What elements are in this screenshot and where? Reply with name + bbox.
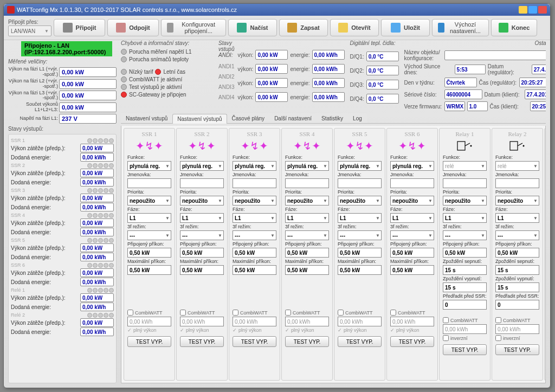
configure-connection-button[interactable]: Konfigurovat připojení... bbox=[161, 19, 226, 36]
test-button[interactable]: TEST VYP. bbox=[443, 344, 487, 355]
connected-power-input[interactable]: 0,50 kW bbox=[285, 248, 329, 258]
disconnect-button[interactable]: Odpojit bbox=[107, 19, 159, 36]
priority-select[interactable]: nepoužito bbox=[443, 196, 487, 205]
save-button[interactable]: Uložit bbox=[381, 19, 430, 36]
connected-power-input[interactable]: 0,50 kW bbox=[180, 248, 224, 258]
label-input[interactable] bbox=[495, 178, 539, 188]
phase-select[interactable]: L1 bbox=[180, 213, 224, 223]
combiwatt-energy[interactable]: 0,00 kWh bbox=[285, 317, 329, 326]
combiwatt-checkbox[interactable]: CombiWATT bbox=[338, 310, 382, 316]
object-name[interactable] bbox=[444, 50, 546, 60]
tab-inputs[interactable]: Nastavení vstupů bbox=[121, 113, 172, 123]
connected-power-input[interactable]: 0,50 kW bbox=[338, 248, 382, 258]
test-button[interactable]: TEST VYP. bbox=[127, 336, 171, 347]
function-select[interactable]: plynulá reg. bbox=[180, 161, 224, 171]
combiwatt-checkbox[interactable]: CombiWATT bbox=[285, 310, 329, 316]
prepend-input[interactable]: 0 bbox=[495, 300, 539, 310]
write-button[interactable]: Zapsat bbox=[279, 19, 328, 36]
connected-power-input[interactable]: 0,50 kW bbox=[495, 248, 539, 258]
combiwatt-energy[interactable]: 0,00 kWh bbox=[443, 324, 487, 334]
read-button[interactable]: Načíst bbox=[228, 19, 277, 36]
combiwatt-checkbox[interactable]: CombiWATT bbox=[495, 317, 539, 323]
tab-schedules[interactable]: Časové plány bbox=[227, 113, 270, 123]
exit-button[interactable]: Konec bbox=[491, 19, 537, 36]
test-button[interactable]: TEST VYP. bbox=[390, 336, 434, 347]
phase-select[interactable]: L1 bbox=[495, 213, 539, 223]
outputs-panel[interactable]: SSR 1Výkon zátěže (předp.):0,00 kWDodaná… bbox=[8, 134, 117, 383]
combiwatt-checkbox[interactable]: CombiWATT bbox=[443, 317, 487, 323]
max-power-input[interactable]: 0,50 kW bbox=[390, 265, 434, 275]
label-input[interactable] bbox=[180, 178, 224, 188]
tab-stats[interactable]: Statistiky bbox=[317, 113, 348, 123]
test-button[interactable]: TEST VYP. bbox=[495, 344, 539, 355]
label-input[interactable] bbox=[127, 178, 171, 188]
mode3f-select[interactable]: --- bbox=[285, 230, 329, 240]
phase-select[interactable]: L1 bbox=[338, 213, 382, 223]
connected-power-input[interactable]: 0,50 kW bbox=[233, 248, 276, 258]
max-power-input[interactable]: 0,50 kW bbox=[233, 265, 276, 275]
test-button[interactable]: TEST VYP. bbox=[285, 336, 329, 347]
test-button[interactable]: TEST VYP. bbox=[233, 336, 276, 347]
phase-select[interactable]: L1 bbox=[127, 213, 171, 223]
phase-select[interactable]: L1 bbox=[443, 213, 487, 223]
test-button[interactable]: TEST VYP. bbox=[180, 336, 224, 347]
tab-outputs[interactable]: Nastavení výstupů bbox=[172, 114, 227, 124]
mode3f-select[interactable]: --- bbox=[127, 230, 171, 240]
connected-power-input[interactable]: 0,50 kW bbox=[443, 248, 487, 258]
connect-button[interactable]: Připojit bbox=[54, 19, 105, 36]
function-select[interactable]: relé bbox=[495, 161, 539, 171]
label-input[interactable] bbox=[285, 178, 329, 188]
combiwatt-checkbox[interactable]: CombiWATT bbox=[180, 310, 224, 316]
combiwatt-energy[interactable]: 0,00 kWh bbox=[127, 317, 171, 326]
label-input[interactable] bbox=[233, 178, 276, 188]
priority-select[interactable]: nepoužito bbox=[285, 196, 329, 205]
priority-select[interactable]: nepoužito bbox=[233, 196, 276, 205]
max-power-input[interactable]: 0,50 kW bbox=[338, 265, 382, 275]
priority-select[interactable]: nepoužito bbox=[390, 196, 434, 205]
mode3f-select[interactable]: --- bbox=[233, 230, 276, 240]
mode3f-select[interactable]: --- bbox=[180, 230, 224, 240]
combiwatt-energy[interactable]: 0,00 kWh bbox=[495, 324, 539, 334]
combiwatt-energy[interactable]: 0,00 kWh bbox=[338, 317, 382, 326]
mode3f-select[interactable]: --- bbox=[495, 230, 539, 240]
defaults-button[interactable]: Výchozí nastavení... bbox=[432, 19, 489, 36]
function-select[interactable]: plynulá reg. bbox=[338, 161, 382, 171]
connection-mode-select[interactable]: LAN/WAN bbox=[8, 25, 51, 36]
tab-other[interactable]: Další nastavení bbox=[269, 113, 317, 123]
phase-select[interactable]: L1 bbox=[285, 213, 329, 223]
function-select[interactable]: plynulá reg. bbox=[390, 161, 434, 171]
max-power-input[interactable]: 0,50 kW bbox=[180, 265, 224, 275]
phase-select[interactable]: L1 bbox=[233, 213, 276, 223]
combiwatt-checkbox[interactable]: CombiWATT bbox=[390, 310, 434, 316]
off-delay-input[interactable]: 15 s bbox=[495, 282, 539, 292]
mode3f-select[interactable]: --- bbox=[338, 230, 382, 240]
combiwatt-energy[interactable]: 0,00 kWh bbox=[180, 317, 224, 326]
maximize-button[interactable] bbox=[528, 6, 537, 14]
prepend-input[interactable]: 0 bbox=[443, 300, 487, 310]
connected-power-input[interactable]: 0,50 kW bbox=[390, 248, 434, 258]
function-select[interactable]: plynulá reg. bbox=[127, 161, 171, 171]
mode3f-select[interactable]: --- bbox=[390, 230, 434, 240]
on-delay-input[interactable]: 15 s bbox=[443, 265, 487, 275]
priority-select[interactable]: nepoužito bbox=[495, 196, 539, 205]
minimize-button[interactable] bbox=[519, 6, 527, 14]
function-select[interactable]: plynulá reg. bbox=[233, 161, 276, 171]
tab-content[interactable]: SSR 1 ✦↯✦ Funkce: plynulá reg. Jmenovka:… bbox=[121, 126, 546, 383]
priority-select[interactable]: nepoužito bbox=[338, 196, 382, 205]
priority-select[interactable]: nepoužito bbox=[127, 196, 171, 205]
on-delay-input[interactable]: 15 s bbox=[495, 265, 539, 275]
open-button[interactable]: Otevřít bbox=[330, 19, 379, 36]
inverse-checkbox[interactable]: inverzní bbox=[495, 335, 539, 341]
combiwatt-checkbox[interactable]: CombiWATT bbox=[127, 310, 171, 316]
close-button[interactable] bbox=[538, 6, 547, 14]
label-input[interactable] bbox=[443, 178, 487, 188]
function-select[interactable]: relé bbox=[443, 161, 487, 171]
connected-power-input[interactable]: 0,50 kW bbox=[127, 248, 171, 258]
tab-log[interactable]: Log bbox=[348, 113, 367, 123]
max-power-input[interactable]: 0,50 kW bbox=[285, 265, 329, 275]
combiwatt-checkbox[interactable]: CombiWATT bbox=[233, 310, 276, 316]
label-input[interactable] bbox=[338, 178, 382, 188]
combiwatt-energy[interactable]: 0,00 kWh bbox=[233, 317, 276, 326]
phase-select[interactable]: L1 bbox=[390, 213, 434, 223]
max-power-input[interactable]: 0,50 kW bbox=[127, 265, 171, 275]
